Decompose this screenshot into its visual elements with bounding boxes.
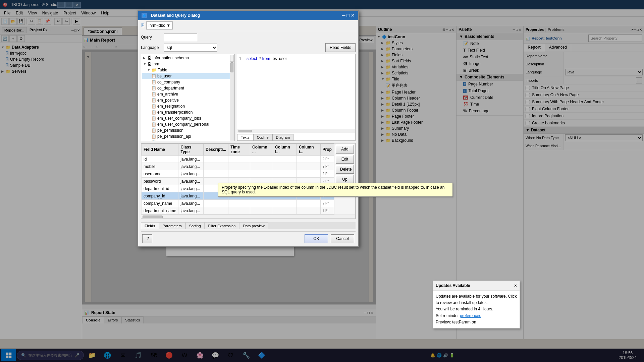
query-tab-diagram[interactable]: Diagram: [272, 134, 294, 140]
connection-dropdown-icon: ▼: [166, 23, 170, 28]
query-keyword-select: select: [247, 56, 257, 61]
table-row[interactable]: mobile java.lang... 2 Pr: [142, 163, 334, 170]
query-editor[interactable]: 1 select * from bs_user: [237, 54, 355, 129]
preferences-link[interactable]: preferences: [460, 313, 481, 318]
updates-close-btn[interactable]: ×: [514, 283, 517, 288]
tree-em-user-company-jobs[interactable]: 📋 em_user_company_jobs: [142, 115, 230, 121]
tree-pe-permission[interactable]: 📋 pe_permission: [142, 127, 230, 133]
col-timezone: Time zone: [228, 144, 250, 156]
updates-description: Updates are available for your software.…: [436, 293, 517, 306]
tree-em-positive[interactable]: 📋 em_positive: [142, 97, 230, 103]
dialog-title-text: Dataset and Query Dialog: [151, 13, 200, 18]
dialog-split-area: ▶ 🗄 information_schema ▼ 🗄 ihrm ▼ 📁: [141, 54, 356, 141]
updates-body: Updates are available for your software.…: [433, 291, 520, 328]
language-label: Language: [141, 45, 161, 50]
query-row: Query Java Bean: [141, 33, 356, 41]
fields-tab[interactable]: Fields: [141, 222, 159, 229]
tooltip-text: Property specifying the 1-based index of…: [222, 185, 444, 194]
col-class-type: Class Type: [178, 144, 204, 156]
language-row: Language sql hql xpath Read Fields: [141, 43, 356, 52]
dialog-close-btn[interactable]: ✕: [351, 13, 355, 18]
tree-em-transferposition[interactable]: 📋 em_transferposition: [142, 109, 230, 115]
query-tab-outline[interactable]: Outline: [253, 134, 272, 140]
dialog-bottom-tabs: Fields Parameters Sorting Filter Express…: [141, 222, 356, 229]
dialog-ok-btn[interactable]: OK: [305, 234, 328, 243]
dialog-minimize-btn[interactable]: ─: [342, 13, 345, 18]
dialog-maximize-btn[interactable]: □: [347, 13, 350, 18]
query-tabs: Texts Outline Diagram: [237, 134, 355, 141]
col-column2: Column l...: [273, 144, 297, 156]
dialog-bottom-buttons: ? OK Cancel: [141, 231, 356, 244]
tree-ihrm[interactable]: ▼ 🗄 ihrm: [142, 61, 230, 67]
col-column1: Column ...: [250, 144, 273, 156]
connection-row: 🗄 ihrm-jdbc ▼: [138, 20, 358, 31]
tree-table-folder[interactable]: ▼ 📁 Table: [142, 67, 230, 73]
filter-expression-tab[interactable]: Filter Expression: [205, 222, 239, 229]
edit-field-btn[interactable]: Edit: [336, 155, 354, 164]
field-action-buttons: Add Edit Delete Up Down: [334, 143, 355, 215]
parameters-tab[interactable]: Parameters: [159, 222, 185, 229]
dialog-cancel-btn[interactable]: Cancel: [331, 234, 354, 243]
tree-em-user-company-personal[interactable]: 📋 em_user_company_personal: [142, 121, 230, 127]
dialog-help-btn[interactable]: ?: [142, 234, 152, 243]
dataset-query-dialog: 🔷 Dataset and Query Dialog ─ □ ✕ 🗄 ihrm-…: [138, 10, 359, 247]
query-label: Query: [141, 35, 161, 40]
language-select-dialog[interactable]: sql hql xpath: [164, 44, 217, 52]
tooltip: Property specifying the 1-based index of…: [218, 183, 453, 197]
query-tab-texts[interactable]: Texts: [237, 134, 253, 140]
tree-pe-permission-menu[interactable]: 📋 pe_permission_menu: [142, 139, 230, 141]
table-hscrollbar[interactable]: [141, 215, 355, 219]
data-preview-tab[interactable]: Data preview: [239, 222, 268, 229]
tree-info-schema[interactable]: ▶ 🗄 information_schema: [142, 55, 230, 61]
table-row[interactable]: department_name java.lang... 2 Pr: [142, 207, 334, 215]
sorting-tab[interactable]: Sorting: [185, 222, 205, 229]
query-line-num: 1: [239, 56, 241, 61]
delete-field-btn[interactable]: Delete: [336, 165, 354, 174]
tree-em-resignation[interactable]: 📋 em_resignation: [142, 103, 230, 109]
updates-header: Updates Available ×: [433, 281, 520, 291]
connection-selector[interactable]: ihrm-jdbc ▼: [146, 21, 173, 29]
col-prop: Prop: [320, 144, 334, 156]
dialog-title-icon: 🔷: [142, 13, 147, 18]
dialog-title-bar: 🔷 Dataset and Query Dialog ─ □ ✕: [138, 11, 358, 20]
tree-pe-permission-api[interactable]: 📋 pe_permission_api: [142, 133, 230, 139]
table-row[interactable]: company_name java.lang... 2 Pr: [142, 200, 334, 207]
col-field-name: Field Name: [142, 144, 178, 156]
table-row[interactable]: username java.lang... 2 Pr: [142, 170, 334, 178]
updates-preview: Preview: testParam on: [436, 319, 517, 325]
query-keyword-from: from: [262, 56, 270, 61]
add-field-btn[interactable]: Add: [336, 145, 354, 154]
tree-co-company[interactable]: 📋 co_company: [142, 79, 230, 85]
tree-em-archive[interactable]: 📋 em_archive: [142, 91, 230, 97]
updates-notification: Updates Available × Updates are availabl…: [433, 281, 520, 328]
fields-area: Field Name Class Type Descripti... Time …: [141, 143, 356, 219]
col-column3: Column i...: [297, 144, 320, 156]
connection-icon: 🗄: [141, 23, 145, 28]
fields-table: Field Name Class Type Descripti... Time …: [141, 143, 334, 215]
connection-name: ihrm-jdbc: [149, 23, 165, 28]
updates-reminder: You will be reminded in 4 Hours. Set rem…: [436, 306, 517, 319]
read-fields-btn[interactable]: Read Fields: [325, 43, 356, 52]
query-input[interactable]: Java Bean: [164, 33, 197, 41]
updates-title: Updates Available: [436, 283, 470, 288]
tree-bs-user[interactable]: 📋 bs_user: [142, 73, 230, 79]
table-row[interactable]: id java.lang... 2 Pr: [142, 156, 334, 163]
tree-co-department[interactable]: 📋 co_department: [142, 85, 230, 91]
dialog-tree-panel: ▶ 🗄 information_schema ▼ 🗄 ihrm ▼ 📁: [141, 54, 235, 141]
col-description: Descripti...: [203, 144, 228, 156]
